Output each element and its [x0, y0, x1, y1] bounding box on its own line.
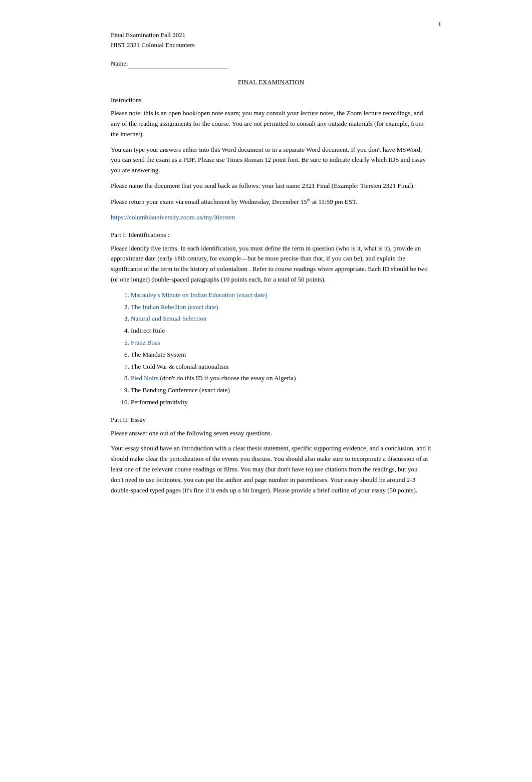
header-block: Final Examination Fall 2021 HIST 2321 Co… [111, 30, 431, 50]
part1-section: Part I: Identifications : Please identif… [111, 230, 431, 408]
zoom-link[interactable]: https://columbiauniversity.zoom.us/my/lt… [111, 213, 235, 221]
exam-title: FINAL EXAMINATION [238, 78, 304, 86]
part1-heading: Part I: Identifications : [111, 230, 431, 240]
list-item-text: The Bandung Conference (exact date) [131, 386, 230, 394]
instructions-heading: Instructions [111, 95, 431, 106]
instructions-section: Instructions Please note: this is an ope… [111, 95, 431, 223]
list-item-text: The Mandate System [131, 351, 186, 358]
id-list: Macauley's Minute on Indian Education (e… [111, 290, 431, 408]
list-item-text-suffix: (don't do this ID if you choose the essa… [158, 374, 296, 382]
list-item: Macauley's Minute on Indian Education (e… [131, 290, 431, 301]
page-number: 1 [438, 20, 442, 28]
list-item: The Bandung Conference (exact date) [131, 385, 431, 396]
instructions-p3: Please name the document that you send b… [111, 181, 431, 191]
list-item: The Mandate System [131, 350, 431, 360]
instructions-p2: You can type your answers either into th… [111, 145, 431, 176]
list-item: The Cold War & colonial nationalism [131, 362, 431, 372]
part1-text: Please identify five terms. In each iden… [111, 243, 431, 285]
list-item-text: Pied Noirs [131, 374, 158, 382]
title-block: FINAL EXAMINATION [111, 78, 431, 86]
list-item-text: Performed primitivity [131, 398, 188, 406]
list-item-text: Franz Boas [131, 339, 160, 346]
list-item: Franz Boas [131, 338, 431, 348]
name-field [128, 59, 228, 69]
header-line2: HIST 2321 Colonial Encounters [111, 40, 431, 50]
id-list-section: Macauley's Minute on Indian Education (e… [111, 290, 431, 408]
part2-text2: Your essay should have an introduction w… [111, 443, 431, 495]
list-item-text: The Indian Rebellion (exact date) [131, 303, 218, 311]
zoom-link-paragraph: https://columbiauniversity.zoom.us/my/lt… [111, 212, 431, 223]
list-item-text: The Cold War & colonial nationalism [131, 363, 228, 370]
instructions-p1: Please note: this is an open book/open n… [111, 108, 431, 139]
list-item: Indirect Rule [131, 326, 431, 336]
part2-section: Part II: Essay Please answer one out of … [111, 415, 431, 496]
name-line: Name: [111, 59, 431, 69]
part2-heading: Part II: Essay [111, 415, 431, 425]
page-container: 1 Final Examination Fall 2021 HIST 2321 … [71, 0, 461, 533]
list-item: Performed primitivity [131, 397, 431, 408]
instructions-p4: Please return your exam via email attach… [111, 196, 431, 207]
name-label: Name: [111, 60, 128, 67]
list-item-text: Indirect Rule [131, 327, 165, 334]
list-item-text: Natural and Sexual Selection [131, 315, 206, 322]
part2-text1: Please answer one out of the following s… [111, 428, 431, 439]
list-item: Pied Noirs (don't do this ID if you choo… [131, 373, 431, 384]
list-item: Natural and Sexual Selection [131, 314, 431, 324]
list-item: The Indian Rebellion (exact date) [131, 302, 431, 313]
header-line1: Final Examination Fall 2021 [111, 30, 431, 40]
list-item-text: Macauley's Minute on Indian Education (e… [131, 291, 267, 299]
